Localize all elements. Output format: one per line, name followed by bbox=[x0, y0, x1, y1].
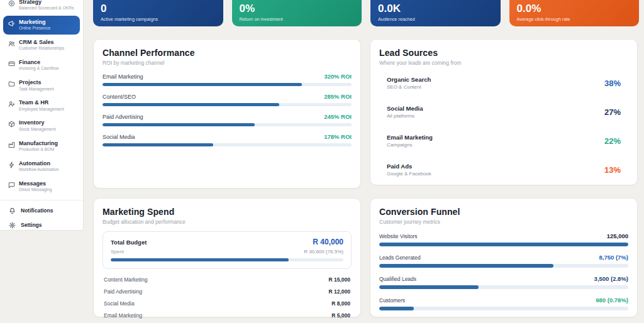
stat-card: 0% Return on investment bbox=[232, 0, 362, 26]
channel-row: Email Marketing 320% ROI bbox=[103, 73, 352, 86]
marketing-spend-card: Marketing Spend Budget allocation and pe… bbox=[93, 198, 361, 317]
lead-source-name: Social Media bbox=[387, 105, 423, 112]
lead-source-detail: SEO & Content bbox=[387, 84, 431, 90]
lead-sources-rows: Organic Search SEO & Content 38% Social … bbox=[379, 71, 628, 182]
sidebar-item[interactable]: Finance Invoicing & Cashflow bbox=[3, 56, 80, 75]
sidebar-item[interactable]: Strategy Balanced Scorecard & OKRs bbox=[3, 0, 80, 14]
lead-sources-card: Lead Sources Where your leads are coming… bbox=[370, 39, 638, 185]
channel-bar-fill bbox=[103, 83, 302, 86]
spend-row: Email Marketing R 5,000 bbox=[103, 309, 352, 321]
channel-bar-track bbox=[103, 143, 352, 146]
sidebar-footer: Notifications Settings bbox=[0, 200, 83, 231]
funnel-stage-label: Qualified Leads bbox=[379, 276, 416, 282]
channel-label: Social Media bbox=[103, 134, 135, 140]
lead-source-name: Paid Ads bbox=[387, 163, 431, 170]
stat-label: Active marketing campaigns bbox=[101, 16, 217, 22]
sidebar-item-sublabel: Customer Relationships bbox=[19, 46, 64, 52]
sidebar-item[interactable]: Projects Task Management bbox=[3, 76, 80, 95]
card-title: Lead Sources bbox=[379, 48, 628, 58]
funnel-bar-track bbox=[379, 285, 628, 289]
lead-source-detail: Campaigns bbox=[387, 142, 433, 148]
factory-icon bbox=[8, 141, 15, 148]
credit-card-icon bbox=[8, 60, 15, 67]
stat-value: 0 bbox=[101, 3, 217, 15]
spend-channel-label: Content Marketing bbox=[104, 276, 147, 283]
target-icon bbox=[8, 0, 15, 7]
stat-value: 0% bbox=[240, 3, 356, 15]
sidebar-item[interactable]: Manufacturing Production & BOM bbox=[3, 137, 80, 156]
channel-row: Social Media 178% ROI bbox=[103, 133, 352, 146]
channel-row: Content/SEO 285% ROI bbox=[103, 93, 352, 106]
chat-icon bbox=[8, 182, 15, 189]
lead-source-percentage: 22% bbox=[604, 136, 621, 146]
conversion-funnel-card: Conversion Funnel Customer journey metri… bbox=[370, 198, 638, 317]
lead-source-name: Organic Search bbox=[387, 76, 431, 83]
channel-label: Email Marketing bbox=[103, 74, 143, 80]
sidebar-item[interactable]: Automation Workflow Automation bbox=[3, 157, 80, 176]
funnel-row: Website Visitors 125,000 bbox=[379, 233, 628, 246]
sidebar-item-label: Automation bbox=[19, 160, 59, 167]
channel-row: Paid Advertising 245% ROI bbox=[103, 113, 352, 126]
sidebar-item[interactable]: Marketing Online Presence bbox=[3, 16, 80, 35]
channel-label: Content/SEO bbox=[103, 94, 136, 100]
funnel-row: Qualified Leads 3,500 (2.8%) bbox=[379, 275, 628, 289]
sidebar-item-label: CRM & Sales bbox=[19, 39, 64, 46]
spend-channel-label: Paid Advertising bbox=[104, 288, 142, 295]
channel-roi-value: 245% ROI bbox=[324, 113, 352, 120]
sidebar-item-label: Marketing bbox=[19, 19, 50, 26]
zap-icon bbox=[8, 162, 15, 168]
sidebar-item-label: Projects bbox=[19, 79, 54, 86]
spend-row: Content Marketing R 15,000 bbox=[103, 273, 352, 285]
channel-bar-fill bbox=[103, 123, 255, 126]
funnel-row: Customers 980 (0.78%) bbox=[379, 297, 628, 310]
channel-label: Paid Advertising bbox=[103, 114, 143, 120]
spend-row: Paid Advertising R 12,000 bbox=[103, 285, 352, 297]
spend-channel-label: Social Media bbox=[104, 300, 135, 307]
megaphone-icon bbox=[8, 20, 15, 27]
funnel-stage-label: Customers bbox=[379, 297, 405, 304]
channel-performance-card: Channel Performance ROI by marketing cha… bbox=[93, 39, 361, 189]
funnel-stage-label: Website Visitors bbox=[379, 233, 418, 239]
lead-source-detail: Google & Facebook bbox=[387, 171, 431, 177]
lead-source-detail: All platforms bbox=[387, 113, 423, 119]
lead-source-percentage: 13% bbox=[604, 165, 621, 175]
stat-card: 0 Active marketing campaigns bbox=[93, 0, 223, 26]
card-subtitle: ROI by marketing channel bbox=[103, 60, 352, 66]
stat-card: 0.0% Average click-through rate bbox=[509, 0, 640, 26]
sidebar-item-sublabel: Production & BOM bbox=[19, 147, 58, 153]
sidebar-footer-item[interactable]: Notifications bbox=[3, 204, 80, 218]
funnel-bar-fill bbox=[379, 264, 553, 268]
sidebar-footer-label: Settings bbox=[21, 222, 42, 228]
sidebar-item-sublabel: Invoicing & Cashflow bbox=[19, 66, 58, 72]
person-plus-icon bbox=[8, 101, 15, 107]
sidebar-item-label: Messages bbox=[19, 180, 52, 187]
stat-value: 0.0K bbox=[378, 3, 494, 15]
channel-performance-rows: Email Marketing 320% ROI Content/SEO 285… bbox=[103, 73, 352, 146]
funnel-bar-fill bbox=[379, 307, 414, 310]
sidebar-item[interactable]: Inventory Stock Management bbox=[3, 116, 80, 135]
sidebar-item[interactable]: CRM & Sales Customer Relationships bbox=[3, 36, 80, 55]
lead-source-row: Paid Ads Google & Facebook 13% bbox=[379, 158, 628, 182]
channel-bar-fill bbox=[103, 103, 279, 106]
funnel-stage-label: Leads Generated bbox=[379, 255, 421, 261]
sidebar-item-label: Inventory bbox=[19, 119, 56, 126]
spend-amount: R 5,000 bbox=[331, 312, 350, 319]
folder-icon bbox=[8, 80, 15, 87]
lead-source-row: Email Marketing Campaigns 22% bbox=[379, 129, 628, 153]
sidebar-item[interactable]: Messages Direct Messaging bbox=[3, 177, 80, 196]
funnel-bar-fill bbox=[379, 243, 628, 246]
sidebar-footer-item[interactable]: Settings bbox=[3, 218, 80, 231]
users-icon bbox=[8, 40, 15, 47]
spend-channel-label: Email Marketing bbox=[104, 312, 142, 319]
sidebar-item-sublabel: Online Presence bbox=[19, 26, 50, 31]
sidebar-item-sublabel: Stock Management bbox=[19, 127, 56, 133]
sidebar-item[interactable]: Team & HR Employee Management bbox=[3, 96, 80, 115]
spend-amount: R 12,000 bbox=[329, 288, 351, 295]
funnel-bar-fill bbox=[379, 285, 479, 289]
sidebar: Strategy Balanced Scorecard & OKRs Marke… bbox=[0, 0, 84, 231]
stat-value: 0.0% bbox=[517, 3, 633, 15]
funnel-stage-value: 3,500 (2.8%) bbox=[594, 275, 628, 282]
budget-bar-fill bbox=[111, 258, 289, 261]
gear-icon bbox=[9, 222, 16, 229]
sidebar-item-sublabel: Workflow Automation bbox=[19, 167, 59, 173]
